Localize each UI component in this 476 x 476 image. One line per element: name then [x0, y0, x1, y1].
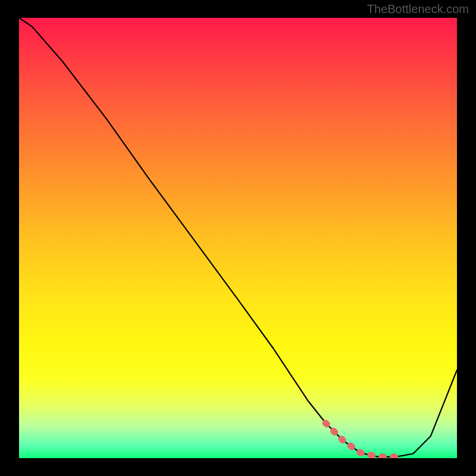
bottleneck-curve-path [19, 18, 457, 457]
watermark-text: TheBottleneck.com [367, 2, 469, 16]
curve-svg [19, 18, 457, 458]
chart-container: TheBottleneck.com [0, 0, 476, 476]
optimal-highlight-path [325, 423, 396, 457]
plot-area [19, 18, 457, 458]
